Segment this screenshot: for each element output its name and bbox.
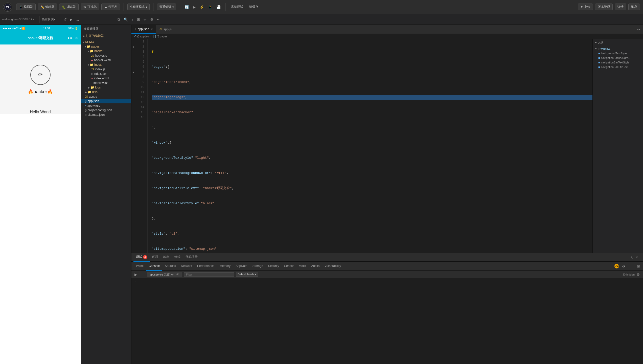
console-filter-input[interactable] — [184, 272, 234, 277]
upload-btn[interactable]: ⬆ 上传 — [578, 4, 593, 10]
devtools-tab-vulnerability[interactable]: Vulnerability — [322, 262, 343, 271]
file-app-json[interactable]: {} app.json — [81, 99, 131, 103]
bottom-tab-code-quality[interactable]: 代码质量 — [183, 253, 200, 262]
breadcrumb-label1[interactable]: {} app.json — [137, 35, 150, 38]
tab-app-json-close[interactable]: × — [151, 27, 153, 31]
devtools-more-btn[interactable]: ⋮ — [628, 264, 634, 268]
file-app-js[interactable]: JS app.js — [81, 94, 131, 99]
console-input[interactable] — [137, 280, 640, 283]
file-grid-btn[interactable]: ⊞ — [136, 17, 141, 22]
folder-pages[interactable]: ▾ 📁 pages — [81, 44, 131, 49]
outline-nav-title[interactable]: ■ navigationBarTitleText — [593, 65, 643, 69]
fold-arrow-7[interactable]: ▾ — [133, 71, 134, 74]
panel-close-btn[interactable]: × — [635, 255, 639, 260]
file-scm-btn[interactable]: ⑂ — [130, 17, 134, 22]
file-hacker-wxml[interactable]: ✱ hacker.wxml — [81, 58, 131, 62]
folder-logs[interactable]: ▶ 📁 logs — [81, 85, 131, 90]
file-index-json[interactable]: {} index.json — [81, 72, 131, 76]
outline-window[interactable]: ▾ {} window — [593, 46, 643, 51]
mode-selector[interactable]: 小程序模式 ▾ — [127, 4, 150, 10]
file-more2-btn[interactable]: ⋯ — [156, 17, 162, 22]
console-context-selector[interactable]: appservice (#26) — [149, 273, 174, 276]
project-demo[interactable]: ▾ DEMO — [81, 40, 131, 44]
split-editor-btn[interactable]: ⇔ — [636, 27, 641, 32]
bottom-tab-terminal[interactable]: 终端 — [172, 253, 183, 262]
devtools-tab-storage[interactable]: Storage — [250, 262, 266, 271]
folder-index[interactable]: ▾ 📁 index — [81, 62, 131, 67]
outline-collapse-icon[interactable]: ▾ — [595, 41, 597, 44]
compile-selector[interactable]: 普通编译 ▾ — [157, 4, 176, 10]
panel-collapse-btn[interactable]: ∧ — [629, 255, 634, 260]
code-lines[interactable]: { "pages":[ "pages/index/index", "pages/… — [148, 39, 592, 253]
visualize-btn[interactable]: 👁 可视化 — [81, 4, 99, 10]
devtools-tab-performance[interactable]: Performance — [195, 262, 217, 271]
devtools-tab-sources[interactable]: Sources — [162, 262, 178, 271]
console-pause-btn[interactable]: ⏸ — [140, 272, 145, 277]
code-editor[interactable]: ▾ ▾ — [131, 39, 592, 253]
file-index-js[interactable]: JS index.js — [81, 67, 131, 72]
toolbar-more-btn[interactable]: … — [75, 17, 80, 22]
outline-bg-text[interactable]: ■ backgroundTextStyle — [593, 51, 643, 56]
index-fold-arrow[interactable]: ▾ — [88, 63, 89, 66]
open-editors-section[interactable]: ▶ 打开的编辑器 — [81, 33, 131, 39]
device-info[interactable]: realme gt neo3 100% 17 ▾ — [2, 18, 35, 21]
editor-btn[interactable]: ✏️ 编辑器 — [38, 4, 57, 10]
folder-hacker[interactable]: ▾ 📁 hacker — [81, 49, 131, 53]
hacker-fold-arrow[interactable]: ▾ — [88, 50, 89, 53]
devtools-tab-wxml[interactable]: Wxml — [133, 262, 146, 271]
breadcrumb-label2[interactable]: [ ] pages — [157, 35, 167, 38]
file-hacker-js[interactable]: JS hacker.js — [81, 53, 131, 58]
devtools-settings-btn[interactable]: ⚙ — [621, 264, 626, 268]
file-tree-more-btn[interactable]: ⋯ — [126, 27, 129, 31]
qr-btn[interactable]: ⚡ — [199, 5, 205, 9]
devtools-tab-sensor[interactable]: Sensor — [282, 262, 296, 271]
utils-fold-arrow[interactable]: ▶ — [85, 91, 87, 94]
simulator-btn[interactable]: 📱 模拟器 — [16, 4, 36, 10]
phone-screen: ●●●●● WeChat🛜 19:31 99% 🔋 hacker嗯嗯充粉 •••… — [0, 25, 81, 364]
fold-arrow-2[interactable]: ▾ — [133, 46, 134, 48]
bottom-tab-debug[interactable]: 调试 3 — [133, 253, 150, 262]
devtools-tab-network[interactable]: Network — [178, 262, 195, 271]
message-btn[interactable]: 消息 — [628, 4, 640, 10]
file-app-wxss[interactable]: ~ app.wxss — [81, 103, 131, 108]
preview-btn[interactable]: ▶ — [192, 5, 197, 9]
cloud-btn[interactable]: ☁ 云开发 — [101, 4, 120, 10]
version-btn[interactable]: 版本管理 — [595, 4, 613, 10]
detail-btn[interactable]: 详情 — [615, 4, 626, 10]
devtools-tab-memory[interactable]: Memory — [217, 262, 233, 271]
bottom-tab-output[interactable]: 输出 — [161, 253, 172, 262]
toolbar-run-btn[interactable]: ▶ — [69, 17, 74, 22]
file-index-wxss[interactable]: ~ index.wxss — [81, 81, 131, 85]
real-device-btn[interactable]: 📱 — [207, 5, 213, 9]
console-gear-btn[interactable]: ⚙ — [636, 272, 641, 277]
file-split-btn[interactable]: ⇔ — [143, 17, 148, 22]
toolbar-refresh-btn[interactable]: ↺ — [63, 17, 68, 22]
refresh-btn[interactable]: 🔄 — [183, 5, 190, 9]
hotreload-toggle[interactable]: 热重载 关▾ — [42, 17, 55, 21]
devtools-tab-appdata[interactable]: AppData — [233, 262, 250, 271]
outline-nav-text-style[interactable]: ■ navigationBarTextStyle — [593, 60, 643, 65]
devtools-tab-mock[interactable]: Mock — [296, 262, 309, 271]
file-search-btn[interactable]: 🔍 — [123, 17, 129, 22]
tab-app-json[interactable]: {} app.json × — [131, 25, 156, 34]
default-levels-selector[interactable]: Default levels ▾ — [236, 272, 258, 277]
devtools-tab-audits[interactable]: Audits — [309, 262, 322, 271]
tab-app-js[interactable]: JS app.js — [156, 25, 175, 34]
pages-fold-arrow[interactable]: ▾ — [85, 45, 86, 48]
devtools-dock-btn[interactable]: ⊞ — [636, 264, 641, 268]
eye-btn[interactable]: 👁 — [175, 272, 180, 277]
file-settings-btn[interactable]: ⚙ — [149, 17, 154, 22]
logs-fold-arrow[interactable]: ▶ — [88, 86, 90, 89]
devtools-tab-console[interactable]: Console — [146, 262, 162, 271]
devtools-tab-security[interactable]: Security — [266, 262, 282, 271]
console-run-btn[interactable]: ▶ — [133, 272, 138, 277]
bottom-tab-problems[interactable]: 问题 — [150, 253, 161, 262]
file-copy-btn[interactable]: ⧉ — [117, 17, 121, 22]
file-project-config[interactable]: {} project.config.json — [81, 108, 131, 112]
file-sitemap-json[interactable]: {} sitemap.json — [81, 112, 131, 117]
debugger-btn[interactable]: 🐛 调试器 — [59, 4, 79, 10]
outline-nav-bg[interactable]: ■ navigationBarBackgro... — [593, 56, 643, 60]
folder-utils[interactable]: ▶ 📁 utils — [81, 90, 131, 94]
save-btn[interactable]: 💾 — [215, 5, 222, 9]
file-index-wxml[interactable]: ✱ index.wxml — [81, 76, 131, 81]
